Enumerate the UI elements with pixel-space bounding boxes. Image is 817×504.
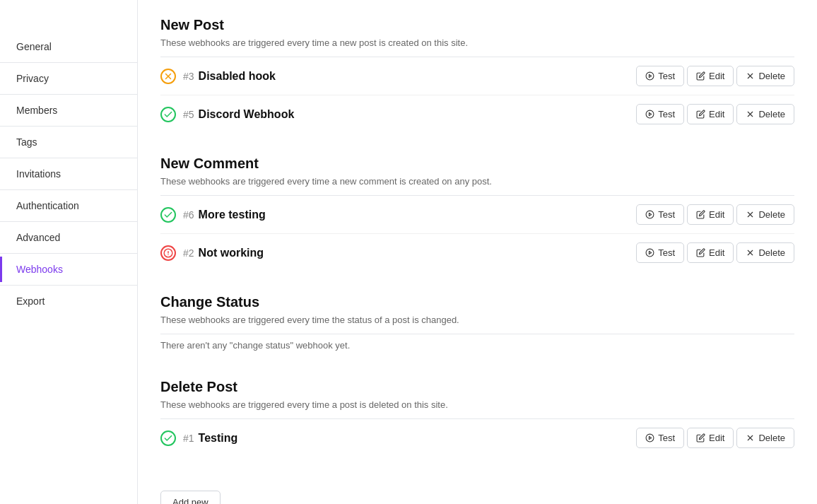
section-desc: These webhooks are triggered every time … [160,399,794,410]
webhook-actions: TestEditDelete [636,66,794,86]
section-title: Change Status [160,294,794,310]
webhook-actions: TestEditDelete [636,204,794,225]
status-badge [160,107,176,122]
sidebar-item-authentication[interactable]: Authentication [0,193,137,218]
webhook-name: Disabled hook [199,70,637,83]
test-button[interactable]: Test [636,104,684,124]
sidebar-separator [0,221,137,222]
sidebar-separator [0,189,137,190]
test-icon [645,71,654,81]
svg-point-2 [646,72,654,80]
close-icon [746,433,755,443]
svg-point-17 [646,434,654,442]
add-new-button[interactable]: Add new [160,491,221,504]
sidebar-nav: GeneralPrivacyMembersTagsInvitationsAuth… [0,34,137,314]
table-row: #6More testingTestEditDelete [160,196,794,234]
section-desc: These webhooks are triggered every time … [160,315,794,325]
test-button[interactable]: Test [636,66,684,86]
status-badge [160,69,176,84]
edit-icon [696,71,705,81]
test-icon [645,110,654,119]
edit-button[interactable]: Edit [687,428,734,448]
test-button[interactable]: Test [636,428,684,448]
sidebar-item-members[interactable]: Members [0,98,137,123]
webhook-id: #1 [183,433,194,444]
webhook-id: #5 [183,109,194,120]
webhook-name: Discord Webhook [199,108,637,121]
sidebar-item-advanced[interactable]: Advanced [0,225,137,250]
edit-button[interactable]: Edit [687,66,734,86]
table-row: #2Not workingTestEditDelete [160,234,794,271]
sidebar-separator [0,94,137,95]
sidebar-item-tags[interactable]: Tags [0,129,137,155]
edit-icon [696,210,705,219]
edit-icon [696,110,705,119]
edit-icon [696,248,705,257]
sidebar-separator [0,253,137,254]
section-title: New Post [160,17,794,33]
close-icon [746,210,755,219]
table-row: #3Disabled hookTestEditDelete [160,57,794,95]
section-empty: There aren't any "change status" webhook… [160,334,794,356]
main-content: New PostThese webhooks are triggered eve… [138,0,817,504]
edit-button[interactable]: Edit [687,242,734,263]
webhook-actions: TestEditDelete [636,242,794,263]
delete-button[interactable]: Delete [736,242,794,263]
sidebar-separator [0,62,137,63]
sidebar-separator [0,158,137,158]
close-icon [746,71,755,81]
svg-point-5 [646,110,654,118]
close-icon [746,248,755,257]
test-button[interactable]: Test [636,204,684,225]
section-title: New Comment [160,156,794,172]
section-delete-post: Delete PostThese webhooks are triggered … [160,379,794,457]
edit-button[interactable]: Edit [687,104,734,124]
edit-button[interactable]: Edit [687,204,734,225]
section-new-post: New PostThese webhooks are triggered eve… [160,17,794,133]
sidebar-item-invitations[interactable]: Invitations [0,161,137,187]
webhook-id: #2 [183,247,194,259]
delete-button[interactable]: Delete [736,104,794,124]
table-row: #5Discord WebhookTestEditDelete [160,95,794,133]
delete-button[interactable]: Delete [736,204,794,225]
status-badge [160,207,176,223]
webhook-id: #3 [183,71,194,82]
sidebar-separator [0,285,137,286]
svg-point-14 [646,249,654,257]
section-change-status: Change StatusThese webhooks are triggere… [160,294,794,356]
webhook-id: #6 [183,209,194,221]
sidebar-item-privacy[interactable]: Privacy [0,66,137,91]
test-icon [645,248,654,257]
webhook-actions: TestEditDelete [636,428,794,448]
webhook-name: Testing [199,432,637,445]
section-new-comment: New CommentThese webhooks are triggered … [160,156,794,271]
delete-button[interactable]: Delete [736,428,794,448]
section-desc: These webhooks are triggered every time … [160,37,794,48]
sidebar: GeneralPrivacyMembersTagsInvitationsAuth… [0,0,138,504]
table-row: #1TestingTestEditDelete [160,419,794,457]
test-icon [645,210,654,219]
webhook-actions: TestEditDelete [636,104,794,124]
sidebar-separator [0,126,137,127]
edit-icon [696,433,705,443]
webhook-name: Not working [199,247,637,259]
section-title: Delete Post [160,379,794,395]
status-badge [160,245,176,261]
test-button[interactable]: Test [636,242,684,263]
sidebar-item-export[interactable]: Export [0,288,137,314]
sidebar-header [0,17,137,28]
sidebar-item-general[interactable]: General [0,34,137,59]
webhook-name: More testing [199,209,637,221]
close-icon [746,110,755,119]
delete-button[interactable]: Delete [736,66,794,86]
section-desc: These webhooks are triggered every time … [160,176,794,187]
test-icon [645,433,654,443]
sidebar-item-webhooks[interactable]: Webhooks [0,257,137,282]
status-badge [160,430,176,446]
svg-point-8 [646,211,654,218]
